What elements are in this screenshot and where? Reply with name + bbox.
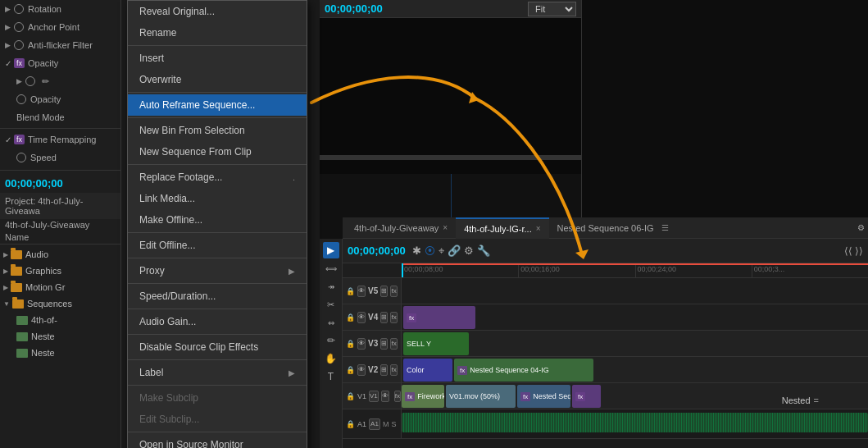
- menu-sep-8: [128, 309, 307, 309]
- timeline-mark-icon[interactable]: ⌖: [439, 245, 444, 258]
- menu-audio-gain[interactable]: Audio Gain...: [128, 311, 307, 332]
- track-a1-src-btn[interactable]: A1: [369, 418, 380, 430]
- track-v3-lock[interactable]: 🔒: [346, 340, 355, 348]
- clip-v1-v01[interactable]: V01.mov (50%): [446, 385, 516, 408]
- tool-hand[interactable]: ✋: [323, 350, 339, 367]
- track-a1-content[interactable]: [402, 409, 868, 438]
- tab-nested-06[interactable]: Nested Sequence 06-IG ☰: [549, 217, 677, 239]
- opacity-value-item[interactable]: Opacity: [0, 90, 120, 108]
- track-v3-content[interactable]: SELL Y: [402, 331, 868, 356]
- clip-v1-fireworks[interactable]: fx Fireworks_C: [402, 385, 444, 408]
- menu-new-bin[interactable]: New Bin From Selection: [128, 120, 307, 141]
- seq-4th-label: 4th-of-: [31, 315, 57, 325]
- folder-graphics[interactable]: ▶ Graphics: [0, 263, 120, 279]
- clip-v3-sell[interactable]: SELL Y: [403, 332, 469, 355]
- timeline-wrench-icon[interactable]: 🔧: [477, 245, 490, 258]
- track-v1-lock[interactable]: 🔒: [346, 392, 355, 400]
- tool-selection[interactable]: ▶: [323, 242, 339, 258]
- rotation-item[interactable]: ▶ Rotation: [0, 0, 120, 18]
- menu-reveal-original[interactable]: Reveal Original...: [128, 1, 307, 22]
- menu-label[interactable]: Label ▶: [128, 362, 307, 383]
- menu-new-seq-clip[interactable]: New Sequence From Clip: [128, 141, 307, 162]
- track-v4-fx[interactable]: fx: [390, 312, 398, 323]
- track-a1-lock[interactable]: 🔒: [346, 420, 355, 428]
- menu-overwrite[interactable]: Overwrite: [128, 69, 307, 90]
- tool-track-select[interactable]: ↠: [323, 278, 339, 295]
- fit-select[interactable]: Fit 25% 50% 75% 100%: [528, 2, 576, 16]
- tab-4th-label: 4th-of-July-Giveaway: [354, 223, 439, 233]
- time-remapping-item[interactable]: ✓ fx Time Remapping: [0, 130, 120, 149]
- menu-open-source-monitor[interactable]: Open in Source Monitor: [128, 434, 307, 448]
- timeline-move-icon[interactable]: ✱: [412, 245, 421, 258]
- menu-disable-source-clip[interactable]: Disable Source Clip Effects: [128, 336, 307, 358]
- tool-razor[interactable]: ✂: [323, 296, 339, 313]
- track-v2-fx[interactable]: fx: [390, 364, 398, 376]
- track-v2-lock[interactable]: 🔒: [346, 366, 355, 374]
- tab-menu-icon[interactable]: ☰: [661, 223, 669, 232]
- scrubber-track[interactable]: [320, 155, 581, 160]
- track-v2-content[interactable]: Color fx Nested Sequence 04-IG: [402, 357, 868, 382]
- folder-audio[interactable]: ▶ Audio: [0, 246, 120, 263]
- track-v4-content[interactable]: fx: [402, 304, 868, 330]
- track-v2-eye[interactable]: 👁: [357, 364, 366, 376]
- seq-item-neste2[interactable]: Neste: [0, 345, 120, 361]
- fit-dropdown[interactable]: Fit 25% 50% 75% 100%: [528, 2, 576, 16]
- clip-v4-fx[interactable]: fx: [403, 306, 475, 329]
- menu-proxy[interactable]: Proxy ▶: [128, 260, 307, 281]
- folder-motion-gr[interactable]: ▶ Motion Gr: [0, 279, 120, 295]
- menu-rename[interactable]: Rename: [128, 22, 307, 43]
- blend-mode-item[interactable]: Blend Mode: [0, 108, 120, 126]
- menu-replace-footage[interactable]: Replace Footage... .: [128, 167, 307, 188]
- folder-sequences[interactable]: ▼ Sequences: [0, 295, 120, 312]
- menu-edit-offline[interactable]: Edit Offline...: [128, 235, 307, 256]
- project-tree: ▶ Audio ▶ Graphics ▶ Motion Gr ▼ Sequenc…: [0, 245, 120, 363]
- anchor-point-item[interactable]: ▶ Anchor Point: [0, 18, 120, 36]
- track-v1-eye[interactable]: 👁: [381, 391, 389, 402]
- speed-item[interactable]: Speed: [0, 149, 120, 167]
- timeline-link-icon[interactable]: 🔗: [448, 245, 461, 258]
- tab-4th-close[interactable]: ×: [443, 223, 448, 232]
- track-v3-eye[interactable]: 👁: [357, 338, 366, 350]
- playhead[interactable]: [402, 263, 403, 277]
- timeline-nav-controls: ⟨⟨ ⟩⟩: [844, 245, 863, 257]
- seq-item-4th[interactable]: 4th-of-: [0, 312, 120, 328]
- track-v4-eye[interactable]: 👁: [357, 312, 366, 323]
- track-v4-sync[interactable]: ⊞: [380, 312, 388, 323]
- tab-4th-giveaway[interactable]: 4th-of-July-Giveaway ×: [346, 217, 456, 239]
- tool-type[interactable]: T: [323, 368, 339, 385]
- menu-speed-duration[interactable]: Speed/Duration...: [128, 286, 307, 307]
- menu-insert[interactable]: Insert: [128, 48, 307, 69]
- track-v4-lock[interactable]: 🔒: [346, 313, 355, 322]
- track-v5-eye[interactable]: 👁: [357, 286, 366, 297]
- timeline-fwd-icon[interactable]: ⟩⟩: [855, 245, 863, 257]
- menu-make-offline[interactable]: Make Offline...: [128, 209, 307, 231]
- timeline-back-icon[interactable]: ⟨⟨: [844, 245, 852, 257]
- opacity-fx-item[interactable]: ✓ fx Opacity: [0, 54, 120, 72]
- tool-ripple[interactable]: ⟺: [323, 260, 339, 277]
- tool-slip[interactable]: ⇔: [323, 314, 339, 331]
- track-v3-sync[interactable]: ⊞: [380, 338, 388, 350]
- menu-link-media[interactable]: Link Media...: [128, 188, 307, 209]
- track-v5-fx[interactable]: fx: [390, 286, 398, 297]
- track-v5-sync[interactable]: ⊞: [380, 286, 388, 297]
- track-v3-fx[interactable]: fx: [390, 338, 398, 350]
- track-v1-src[interactable]: V1: [369, 391, 379, 402]
- clip-v2-nested04[interactable]: fx Nested Sequence 04-IG: [454, 359, 593, 382]
- timeline-snap-icon[interactable]: ⦿: [425, 245, 435, 258]
- seq-item-neste1[interactable]: Neste: [0, 328, 120, 345]
- timeline-settings-icon[interactable]: ⚙: [464, 245, 474, 258]
- clip-v1-fx2[interactable]: fx: [572, 385, 601, 408]
- tab-4th-ig[interactable]: 4th-of-July-IG-r... ×: [456, 217, 548, 239]
- tab-4th-ig-close[interactable]: ×: [536, 224, 541, 233]
- menu-auto-reframe[interactable]: Auto Reframe Sequence...: [128, 94, 307, 116]
- track-v1-fx[interactable]: fx: [394, 391, 401, 402]
- fx-badge-opacity: fx: [14, 58, 25, 68]
- track-v5-lock[interactable]: 🔒: [346, 287, 355, 295]
- track-v5-content[interactable]: [402, 278, 868, 304]
- tab-filter-icon[interactable]: ⚙: [857, 223, 865, 232]
- antiflicker-item[interactable]: ▶ Anti-flicker Filter: [0, 36, 120, 54]
- tool-pen[interactable]: ✏: [323, 332, 339, 349]
- clip-v2-color[interactable]: Color: [403, 359, 452, 382]
- track-v2-sync[interactable]: ⊞: [380, 364, 388, 376]
- clip-v1-nested-seq[interactable]: fx Nested Seq: [517, 385, 570, 408]
